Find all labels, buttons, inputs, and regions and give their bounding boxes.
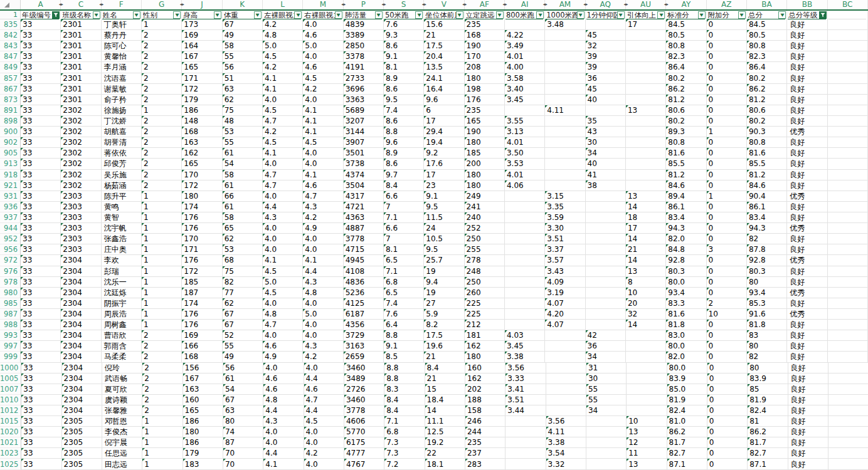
cell-V913[interactable]: 17.6 xyxy=(424,159,464,169)
cell-M997[interactable]: 4.3 xyxy=(303,341,343,352)
cell-M993[interactable]: 4.0 xyxy=(303,330,343,341)
cell-F842[interactable]: 蔡丹丹 xyxy=(102,30,142,41)
cell-AY978[interactable]: 80.0 xyxy=(666,277,706,288)
cell-L956[interactable]: 4.0 xyxy=(263,244,303,255)
cell-M857[interactable]: 4.5 xyxy=(303,73,343,84)
cell-BB867[interactable]: 良好 xyxy=(787,84,827,95)
cell-AQ1015[interactable] xyxy=(586,416,627,427)
cell-BA873[interactable]: 81.2 xyxy=(747,95,787,105)
cell-M931[interactable]: 4.7 xyxy=(303,191,343,202)
row-number[interactable]: 944 xyxy=(0,223,21,234)
cell-M1021[interactable]: 4.0 xyxy=(304,437,344,448)
cell-L847[interactable]: 4.5 xyxy=(263,51,303,62)
cell-AY902[interactable]: 80.8 xyxy=(666,137,706,148)
cell-P931[interactable]: 4317 xyxy=(344,191,384,202)
cell-K999[interactable]: 49 xyxy=(223,352,263,362)
cell-AM952[interactable]: 3.51 xyxy=(545,234,585,244)
cell-J1015[interactable]: 186 xyxy=(183,416,223,427)
cell-K902[interactable]: 55 xyxy=(223,137,263,148)
cell-J921[interactable]: 172 xyxy=(182,180,222,191)
cell-M1020[interactable]: 4.0 xyxy=(304,427,344,437)
cell-AF993[interactable]: 181 xyxy=(465,330,505,341)
cell-J902[interactable]: 163 xyxy=(182,137,222,148)
cell-AM847[interactable] xyxy=(545,51,585,62)
cell-AF952[interactable]: 250 xyxy=(465,234,505,244)
cell-AZ1012[interactable]: 0 xyxy=(707,405,748,416)
cell-AY873[interactable]: 81.2 xyxy=(666,95,706,105)
cell-BA936[interactable]: 86.1 xyxy=(747,202,787,212)
cell-P902[interactable]: 3907 xyxy=(344,137,384,148)
cell-AM956[interactable]: 3.37 xyxy=(545,244,585,255)
cell-G956[interactable]: 1 xyxy=(142,244,182,255)
cell-AU985[interactable]: 20 xyxy=(626,298,666,309)
cell-M944[interactable]: 4.9 xyxy=(303,223,343,234)
row-number[interactable]: 988 xyxy=(0,320,21,330)
cell-J891[interactable]: 186 xyxy=(182,105,222,116)
cell-BB1021[interactable]: 良好 xyxy=(788,437,828,448)
column-letter-J[interactable]: J xyxy=(182,0,222,9)
cell-P978[interactable]: 4836 xyxy=(344,277,384,288)
cell-AZ921[interactable]: 0 xyxy=(707,180,747,191)
hidden-columns-icon[interactable]: ◂▸ xyxy=(623,2,628,7)
cell-BC873[interactable] xyxy=(828,95,868,105)
cell-AF835[interactable]: 235 xyxy=(465,19,505,30)
cell-AZ997[interactable]: 0 xyxy=(707,341,747,352)
cell-AQ898[interactable]: 35 xyxy=(586,116,626,127)
cell-AU905[interactable] xyxy=(626,148,666,159)
cell-F1012[interactable]: 张馨雅 xyxy=(102,405,142,416)
cell-AZ972[interactable]: 0 xyxy=(707,255,747,266)
cell-C952[interactable]: 2303 xyxy=(61,234,101,244)
cell-M976[interactable]: 4.4 xyxy=(303,266,343,277)
hidden-columns-icon[interactable]: ◂▸ xyxy=(341,2,346,7)
cell-K847[interactable]: 55 xyxy=(223,51,263,62)
cell-BB999[interactable]: 良好 xyxy=(787,352,827,362)
cell-AI918[interactable]: 4.01 xyxy=(505,170,545,180)
cell-V988[interactable]: 8.2 xyxy=(424,320,464,330)
cell-AQ847[interactable]: 39 xyxy=(586,51,626,62)
cell-M978[interactable]: 4.3 xyxy=(303,277,343,288)
cell-AF918[interactable]: 180 xyxy=(465,170,505,180)
row-number[interactable]: 952 xyxy=(0,234,21,244)
header-cell-J[interactable]: 身高▼ xyxy=(182,11,222,19)
cell-L987[interactable]: 4.8 xyxy=(263,309,303,320)
row-number[interactable]: 857 xyxy=(0,73,21,84)
cell-G972[interactable]: 1 xyxy=(142,255,182,266)
cell-G1007[interactable]: 2 xyxy=(142,384,183,395)
cell-AM918[interactable] xyxy=(545,170,585,180)
cell-BB1015[interactable]: 良好 xyxy=(788,416,828,427)
cell-AF1015[interactable]: 246 xyxy=(465,416,505,427)
cell-V944[interactable]: 24 xyxy=(424,223,464,234)
cell-K980[interactable]: 77 xyxy=(223,288,263,298)
cell-K1023[interactable]: 70 xyxy=(223,448,263,459)
cell-S857[interactable]: 8.9 xyxy=(384,73,424,84)
cell-L900[interactable]: 4.2 xyxy=(263,127,303,137)
cell-G867[interactable]: 2 xyxy=(142,84,182,95)
cell-BA987[interactable]: 91.6 xyxy=(747,309,787,320)
cell-AY988[interactable]: 81.8 xyxy=(666,320,706,330)
cell-J988[interactable]: 176 xyxy=(182,320,222,330)
cell-P842[interactable]: 3389 xyxy=(344,30,384,41)
cell-L842[interactable]: 4.8 xyxy=(263,30,303,41)
cell-K843[interactable]: 58 xyxy=(223,41,263,51)
cell-AF985[interactable]: 225 xyxy=(465,298,505,309)
cell-AY937[interactable]: 83.4 xyxy=(666,212,706,223)
cell-P921[interactable]: 3504 xyxy=(344,180,384,191)
cell-K873[interactable]: 62 xyxy=(223,95,263,105)
cell-L1021[interactable]: 4.0 xyxy=(263,437,304,448)
cell-P847[interactable]: 3378 xyxy=(344,51,384,62)
cell-J978[interactable]: 185 xyxy=(182,277,222,288)
hidden-columns-icon[interactable]: ◂▸ xyxy=(462,2,467,7)
filter-dropdown-button[interactable]: ▼ xyxy=(375,11,383,19)
cell-J900[interactable]: 168 xyxy=(182,127,222,137)
cell-M937[interactable]: 4.2 xyxy=(303,212,343,223)
row-number[interactable]: 978 xyxy=(0,277,21,288)
cell-BB842[interactable]: 良好 xyxy=(787,30,827,41)
cell-P867[interactable]: 3696 xyxy=(344,84,384,95)
cell-F952[interactable]: 张鑫浩 xyxy=(102,234,142,244)
cell-K867[interactable]: 63 xyxy=(223,84,263,95)
cell-J849[interactable]: 165 xyxy=(182,62,222,73)
cell-AY921[interactable]: 84.6 xyxy=(666,180,706,191)
cell-L997[interactable]: 4.6 xyxy=(263,341,303,352)
cell-A980[interactable]: 33 xyxy=(21,288,61,298)
cell-AF857[interactable]: 180 xyxy=(465,73,505,84)
